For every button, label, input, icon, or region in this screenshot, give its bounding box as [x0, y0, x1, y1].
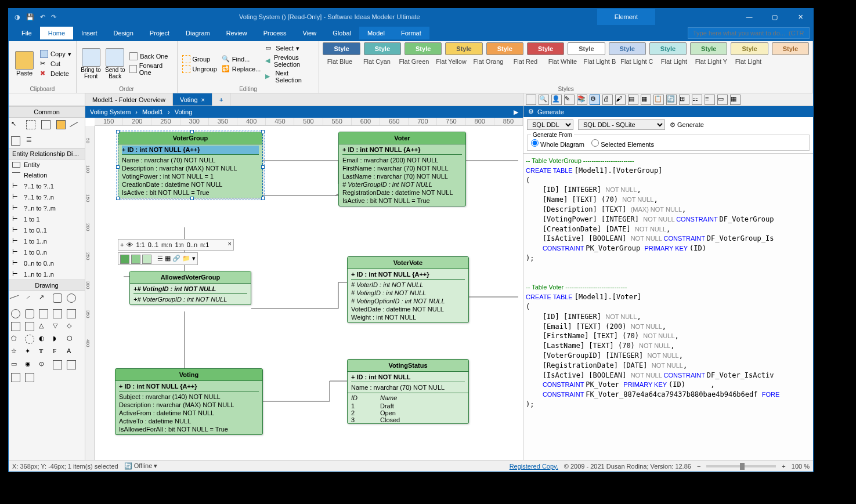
- dialect-select[interactable]: SQL DDL - SQLite: [578, 119, 665, 130]
- save-icon[interactable]: 💾: [26, 13, 34, 21]
- toolbox-search[interactable]: 🔍: [9, 93, 85, 106]
- context-tab[interactable]: Element: [597, 9, 655, 25]
- tab-voting[interactable]: Voting×: [173, 93, 212, 106]
- style-swatch-6[interactable]: Style: [568, 42, 605, 55]
- menu-home[interactable]: Home: [40, 27, 73, 39]
- menu-diagram[interactable]: Diagram: [178, 27, 218, 39]
- zoom-in[interactable]: +: [782, 463, 785, 470]
- style-swatch-5[interactable]: Style: [527, 42, 564, 55]
- rel-item[interactable]: ⊢1 to 1..n: [9, 235, 85, 246]
- back-one-button[interactable]: Back One: [128, 52, 173, 61]
- prev-sel-button[interactable]: ◀Previous Selection: [264, 53, 315, 68]
- ruler-vertical: 50100150200250300350400: [85, 126, 95, 460]
- zoom-out[interactable]: −: [697, 463, 700, 470]
- cut-button[interactable]: ✂Cut: [39, 59, 73, 68]
- menu-file[interactable]: File: [13, 27, 40, 39]
- toolbox-drawing-header[interactable]: Drawing: [9, 280, 85, 291]
- entity-votervote[interactable]: VoterVote + ID : int NOT NULL {A++}# Vot…: [347, 256, 469, 323]
- rel-item[interactable]: ⊢?..n to ?..m: [9, 202, 85, 213]
- replace-button[interactable]: 🔁Replace...: [221, 64, 262, 74]
- tb-icon[interactable]: [526, 95, 536, 105]
- new-tab-button[interactable]: +: [212, 93, 230, 106]
- style-gallery[interactable]: StyleStyleStyleStyleStyleStyleStyleStyle…: [323, 42, 809, 55]
- send-back-button[interactable]: Send to Back: [104, 48, 126, 79]
- menu-global[interactable]: Global: [324, 27, 359, 39]
- item-relation[interactable]: Relation: [9, 170, 85, 180]
- diagram-canvas[interactable]: 1502002503003504004505005506006507007508…: [85, 118, 523, 460]
- group-button[interactable]: Group: [181, 55, 218, 64]
- canvas[interactable]: VoterGroup + ID : int NOT NULL {A++}Name…: [95, 126, 523, 460]
- line-tool[interactable]: [70, 122, 82, 135]
- lasso-tool[interactable]: [26, 120, 35, 129]
- undo-icon[interactable]: ↶: [40, 13, 45, 21]
- opt-selected[interactable]: Selected Elements: [591, 141, 654, 148]
- menu-format[interactable]: Format: [393, 27, 429, 39]
- rel-item[interactable]: ⊢1 to 0..1: [9, 224, 85, 235]
- bring-front-button[interactable]: Bring to Front: [80, 48, 102, 79]
- entity-allowedvg[interactable]: AllowedVoterGroup +# VotingID : int NOT …: [129, 271, 251, 305]
- rect-tool[interactable]: [11, 136, 20, 146]
- tb-generate-icon[interactable]: ⚙: [590, 95, 600, 105]
- ungroup-button[interactable]: Ungroup: [181, 64, 218, 74]
- text-tool[interactable]: ☰: [26, 136, 35, 146]
- tab-model-overview[interactable]: Model1 - Folder Overview: [85, 93, 173, 106]
- style-swatch-8[interactable]: Style: [649, 42, 687, 55]
- fwd-one-button[interactable]: Forward One: [128, 61, 173, 77]
- search-input[interactable]: [688, 27, 810, 39]
- generate-button[interactable]: ⚙ Generate: [670, 121, 704, 129]
- entity-votingstatus[interactable]: VotingStatus + ID : int NOT NULLName : n…: [347, 359, 469, 424]
- style-swatch-11[interactable]: Style: [772, 42, 809, 55]
- pointer-tool[interactable]: ↖: [11, 120, 20, 129]
- menu-review[interactable]: Review: [218, 27, 255, 39]
- menu-project[interactable]: Project: [142, 27, 178, 39]
- container-tool[interactable]: [56, 120, 66, 129]
- style-swatch-1[interactable]: Style: [364, 42, 401, 55]
- entity-voter[interactable]: Voter + ID : int NOT NULL {A++}Email : n…: [338, 132, 466, 206]
- context-color-toolbar[interactable]: ☰▦🔗📁▾: [118, 252, 198, 265]
- style-swatch-9[interactable]: Style: [690, 42, 727, 55]
- style-swatch-0[interactable]: Style: [323, 42, 360, 55]
- menu-insert[interactable]: Insert: [73, 27, 106, 39]
- rel-item[interactable]: ⊢?..1 to ?..n: [9, 191, 85, 202]
- delete-button[interactable]: ✖Delete: [39, 69, 73, 78]
- select-button[interactable]: ▭Select▾: [264, 43, 315, 53]
- generated-code[interactable]: -- Table VoterGroup --------------------…: [523, 154, 813, 460]
- menu-view[interactable]: View: [295, 27, 325, 39]
- close-button[interactable]: ✕: [788, 9, 813, 25]
- play-icon[interactable]: ▶: [514, 108, 518, 116]
- entity-voting[interactable]: Voting + ID : int NOT NULL {A++}Subject …: [115, 368, 263, 435]
- opt-whole[interactable]: Whole Diagram: [531, 141, 584, 148]
- paste-button[interactable]: Paste: [12, 51, 37, 77]
- style-swatch-2[interactable]: Style: [404, 42, 442, 55]
- next-sel-button[interactable]: ▶Next Selection: [264, 69, 315, 84]
- app-icon[interactable]: ◑: [15, 13, 20, 21]
- find-button[interactable]: 🔍Find...: [221, 55, 262, 64]
- style-swatch-3[interactable]: Style: [445, 42, 482, 55]
- rel-item[interactable]: ⊢?..1 to ?..1: [9, 180, 85, 191]
- context-toolbar[interactable]: +👁1:10..1m:n1:n0..nn:1 ×: [118, 239, 234, 251]
- item-entity[interactable]: Entity: [9, 159, 85, 170]
- ctx-close-icon[interactable]: ×: [228, 240, 232, 247]
- minimize-button[interactable]: —: [736, 9, 762, 25]
- shapes-tool[interactable]: [41, 120, 50, 129]
- style-swatch-7[interactable]: Style: [609, 42, 646, 55]
- maximize-button[interactable]: ▢: [762, 9, 788, 25]
- lang-select[interactable]: SQL DDL: [527, 119, 573, 130]
- status-offline[interactable]: 🔄 Offline ▾: [124, 462, 158, 470]
- copy-button[interactable]: Copy▾: [39, 49, 73, 59]
- rel-item[interactable]: ⊢1 to 1: [9, 213, 85, 224]
- style-swatch-4[interactable]: Style: [486, 42, 523, 55]
- toolbox-common-header[interactable]: Common: [9, 106, 85, 118]
- menu-model[interactable]: Model: [359, 27, 393, 39]
- status-registered[interactable]: Registered Copy.: [510, 463, 558, 470]
- style-swatch-10[interactable]: Style: [731, 42, 768, 55]
- menu-design[interactable]: Design: [106, 27, 142, 39]
- redo-icon[interactable]: ↷: [51, 13, 56, 21]
- entity-votergroup[interactable]: VoterGroup + ID : int NOT NULL {A++}Name…: [118, 132, 263, 198]
- toolbox-erd-header[interactable]: Entity Relationship Di…: [9, 148, 85, 159]
- rel-item[interactable]: ⊢0..n to 0..n: [9, 258, 85, 269]
- menu-process[interactable]: Process: [255, 27, 295, 39]
- rel-item[interactable]: ⊢1..n to 1..n: [9, 269, 85, 280]
- zoom-slider[interactable]: [706, 465, 776, 467]
- rel-item[interactable]: ⊢1 to 0..n: [9, 246, 85, 258]
